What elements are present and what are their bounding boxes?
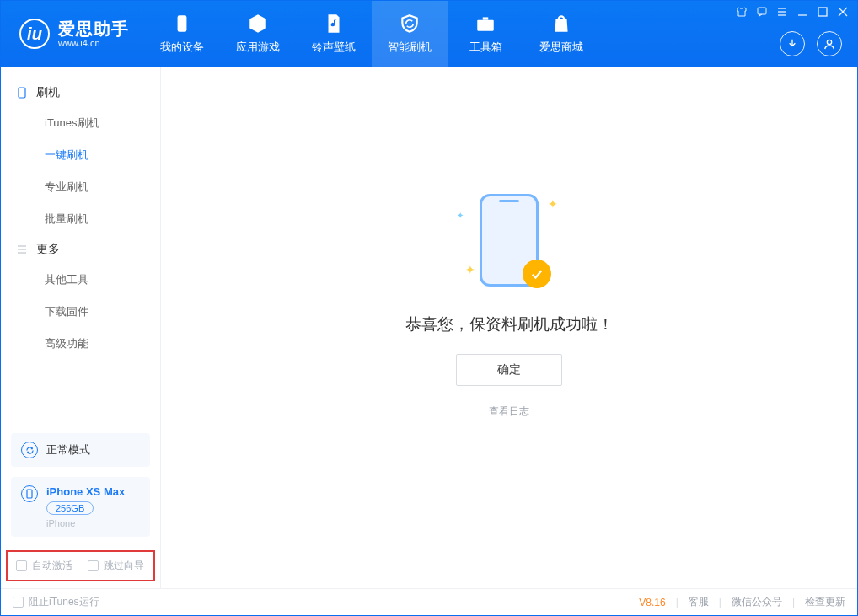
sidebar-group-flash: 刷机 [1, 78, 160, 107]
ok-button[interactable]: 确定 [456, 354, 562, 386]
success-illustration: ✦ ✦ ✦ [442, 185, 576, 295]
nav-my-device[interactable]: 我的设备 [144, 1, 220, 67]
success-message: 恭喜您，保资料刷机成功啦！ [405, 313, 614, 335]
footer-left: 阻止iTunes运行 [13, 595, 99, 609]
device-phone-icon [21, 485, 38, 502]
nav-label: 工具箱 [469, 40, 502, 55]
sparkle-icon: ✦ [548, 197, 558, 211]
sidebar-group-label: 更多 [36, 242, 60, 257]
list-icon [16, 244, 28, 255]
checkbox-icon [88, 560, 99, 571]
window-controls [736, 6, 849, 18]
phone-small-icon [16, 87, 28, 99]
close-icon[interactable] [837, 6, 849, 18]
view-log-link[interactable]: 查看日志 [489, 404, 529, 419]
sidebar-item-download-firmware[interactable]: 下载固件 [1, 296, 160, 328]
logo-icon: iu [19, 19, 50, 49]
device-info: iPhone XS Max 256GB iPhone [46, 485, 125, 528]
checkbox-icon [13, 597, 24, 608]
checkbox-label: 阻止iTunes运行 [29, 595, 99, 609]
version-label: V8.16 [639, 597, 665, 608]
sidebar-group-more: 更多 [1, 235, 160, 264]
svg-rect-12 [19, 88, 25, 98]
device-name: iPhone XS Max [46, 485, 125, 498]
music-file-icon [323, 13, 345, 35]
nav-label: 智能刷机 [388, 40, 432, 55]
sidebar-item-pro-flash[interactable]: 专业刷机 [1, 171, 160, 203]
svg-rect-8 [818, 8, 827, 16]
device-type: iPhone [46, 518, 125, 528]
svg-rect-2 [483, 17, 489, 19]
footer: 阻止iTunes运行 V8.16 | 客服 | 微信公众号 | 检查更新 [1, 588, 857, 615]
header: iu 爱思助手 www.i4.cn 我的设备 应用游戏 铃声壁纸 智能刷机 [1, 1, 857, 67]
nav-label: 我的设备 [160, 40, 204, 55]
nav-apps-games[interactable]: 应用游戏 [220, 1, 296, 67]
nav-toolbox[interactable]: 工具箱 [448, 1, 523, 67]
checkbox-auto-activate[interactable]: 自动激活 [16, 559, 72, 573]
svg-rect-3 [758, 8, 766, 14]
check-badge-icon [523, 260, 551, 288]
footer-right: V8.16 | 客服 | 微信公众号 | 检查更新 [639, 595, 845, 609]
nav-label: 应用游戏 [236, 40, 280, 55]
main-content: ✦ ✦ ✦ 恭喜您，保资料刷机成功啦！ 确定 查看日志 [161, 67, 857, 588]
svg-rect-16 [27, 490, 32, 498]
wechat-link[interactable]: 微信公众号 [732, 595, 782, 609]
nav-label: 爱思商城 [539, 40, 583, 55]
cube-icon [247, 13, 269, 35]
device-capacity: 256GB [46, 501, 94, 515]
sparkle-icon: ✦ [465, 263, 475, 276]
svg-point-11 [827, 40, 831, 44]
sparkle-icon: ✦ [457, 211, 464, 220]
mode-icon [21, 442, 38, 458]
feedback-icon[interactable] [756, 6, 768, 18]
toolbox-icon [475, 13, 496, 35]
support-link[interactable]: 客服 [689, 595, 709, 609]
logo[interactable]: iu 爱思助手 www.i4.cn [1, 1, 144, 67]
app-url: www.i4.cn [58, 38, 129, 48]
refresh-shield-icon [399, 13, 421, 35]
check-update-link[interactable]: 检查更新 [805, 595, 845, 609]
app-window: iu 爱思助手 www.i4.cn 我的设备 应用游戏 铃声壁纸 智能刷机 [0, 0, 858, 616]
mode-label: 正常模式 [46, 442, 90, 458]
menu-icon[interactable] [776, 6, 788, 18]
checkbox-block-itunes[interactable]: 阻止iTunes运行 [13, 595, 99, 609]
checkbox-skip-guide[interactable]: 跳过向导 [88, 559, 144, 573]
nav-label: 铃声壁纸 [312, 40, 356, 55]
checkbox-label: 跳过向导 [104, 559, 144, 573]
divider: | [792, 597, 795, 608]
checkbox-icon [16, 560, 27, 571]
sidebar-item-advanced[interactable]: 高级功能 [1, 328, 160, 360]
svg-rect-0 [178, 15, 187, 32]
download-button[interactable] [780, 31, 805, 56]
sidebar-item-oneclick-flash[interactable]: 一键刷机 [1, 139, 160, 171]
svg-rect-1 [477, 20, 494, 31]
shirt-icon[interactable] [736, 6, 748, 18]
mode-card[interactable]: 正常模式 [11, 433, 150, 467]
device-card[interactable]: iPhone XS Max 256GB iPhone [11, 477, 150, 537]
bag-icon [550, 13, 572, 35]
header-actions [780, 31, 842, 56]
body: 刷机 iTunes刷机 一键刷机 专业刷机 批量刷机 更多 其他工具 下载固件 … [1, 67, 857, 588]
sidebar-item-itunes-flash[interactable]: iTunes刷机 [1, 107, 160, 139]
sidebar-item-other-tools[interactable]: 其他工具 [1, 264, 160, 296]
sidebar: 刷机 iTunes刷机 一键刷机 专业刷机 批量刷机 更多 其他工具 下载固件 … [1, 67, 161, 588]
app-name: 爱思助手 [58, 19, 129, 38]
device-icon [171, 13, 193, 35]
sidebar-group-label: 刷机 [36, 85, 60, 100]
nav-store[interactable]: 爱思商城 [523, 1, 599, 67]
nav-smart-flash[interactable]: 智能刷机 [372, 1, 448, 67]
logo-text: 爱思助手 www.i4.cn [58, 19, 129, 48]
checkbox-label: 自动激活 [32, 559, 72, 573]
divider: | [676, 597, 678, 608]
maximize-icon[interactable] [817, 6, 829, 18]
top-nav: 我的设备 应用游戏 铃声壁纸 智能刷机 工具箱 爱思商城 [144, 1, 599, 67]
sidebar-item-batch-flash[interactable]: 批量刷机 [1, 203, 160, 235]
nav-ringtones-wallpapers[interactable]: 铃声壁纸 [296, 1, 372, 67]
divider: | [719, 597, 721, 608]
highlighted-options: 自动激活 跳过向导 [6, 550, 155, 581]
user-button[interactable] [817, 31, 842, 56]
minimize-icon[interactable] [796, 6, 808, 18]
